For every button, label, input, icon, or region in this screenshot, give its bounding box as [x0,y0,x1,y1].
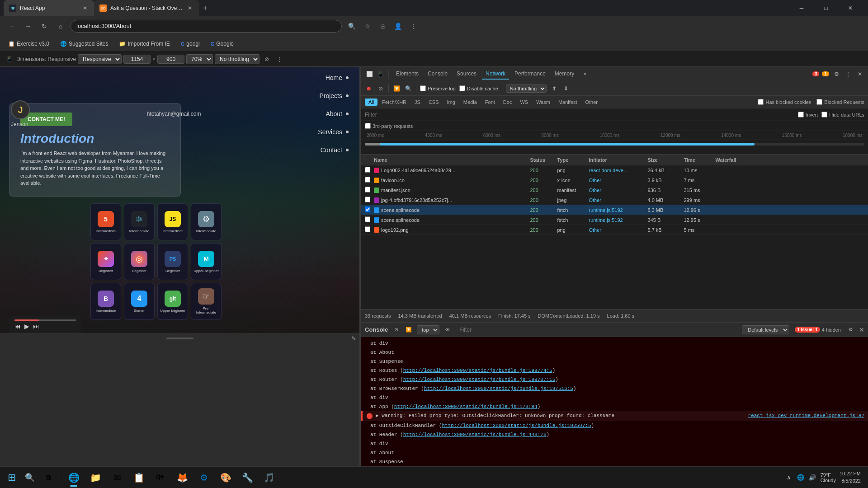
third-party-check[interactable]: 3rd-party requests [365,123,413,129]
disable-cache-checkbox[interactable]: Disable cache [459,85,498,91]
table-row[interactable]: scene.splinecode 200 fetch runtime.js:51… [361,215,868,225]
console-eye-icon[interactable]: 👁 [443,325,452,334]
edit-icon[interactable]: ✎ [351,335,356,342]
filter-input[interactable] [365,112,794,118]
skill-git[interactable]: git Upper-beginner [157,283,188,320]
tab-console[interactable]: Console [424,69,451,80]
minimize-button[interactable]: ─ [791,0,812,16]
preserve-log-checkbox[interactable]: Preserve log [420,85,456,91]
tray-network[interactable]: 🌐 [796,473,805,482]
height-input[interactable]: 900 [157,55,184,64]
blocked-requests-check[interactable]: Blocked Requests [816,99,864,105]
row-checkbox[interactable] [361,177,370,183]
th-name[interactable]: Name [370,157,527,163]
taskbar-app-ps[interactable]: 🎨 [216,468,236,488]
th-time[interactable]: Time [680,157,712,163]
search-taskbar-icon[interactable]: 🔍 [22,469,38,486]
more-options-icon[interactable]: ⋮ [274,54,285,65]
export-icon[interactable]: ⬇ [562,84,570,93]
music-progress[interactable] [14,319,76,321]
taskbar-app-vscode[interactable]: ⚙ [194,468,214,488]
tab-sources[interactable]: Sources [453,69,480,80]
filter-media[interactable]: Media [460,99,481,106]
filter-font[interactable]: Font [481,99,499,106]
taskbar-app-terminal[interactable]: 🔧 [237,468,257,488]
skill-react[interactable]: ⚛ Intermediate [124,203,155,240]
settings-icon[interactable]: ⚙ [832,70,841,79]
filter-manifest[interactable]: Manifest [555,99,581,106]
tab-so[interactable]: SO Ask a Question - Stack Overflow ✕ [94,0,199,16]
th-size[interactable]: Size [644,157,680,163]
filter-fetchxhr[interactable]: Fetch/XHR [378,99,410,106]
tray-chevron[interactable]: ∧ [784,473,793,482]
skill-html5[interactable]: 5 Intermediate [90,203,121,240]
device-icon[interactable]: 📱 [376,70,385,79]
taskbar-clock[interactable]: 10:22 PM 8/5/2022 [840,470,861,484]
nav-projects[interactable]: Projects [319,92,349,99]
row-checkbox[interactable] [361,226,370,233]
no-throttle-icon[interactable]: ⊘ [261,54,272,65]
skill-figma[interactable]: ✦ Beginner [90,243,121,280]
table-row[interactable]: jpg-4.bfbd37916c28d5a252c7j... 200 jpeg … [361,195,868,205]
console-settings-icon[interactable]: ⚙ [846,325,855,334]
tab-elements[interactable]: Elements [392,69,422,80]
hide-data-urls-option[interactable]: Hide data URLs [821,112,864,117]
task-view-icon[interactable]: ⧉ [40,469,56,486]
bookmark-googl[interactable]: G googl [178,39,203,49]
th-status[interactable]: Status [527,157,554,163]
new-tab-button[interactable]: + [199,2,212,14]
filter-all[interactable]: All [365,99,377,106]
skill-js[interactable]: JS Intermediate [157,203,188,240]
start-button[interactable]: ⊞ [4,469,20,486]
has-blocked-cookies-check[interactable]: Has blocked cookies [758,99,811,105]
row-checkbox[interactable] [361,206,370,213]
responsive-mode-icon[interactable]: 📱 [4,54,14,65]
filter-wasm[interactable]: Wasm [533,99,554,106]
taskbar-app-mail[interactable]: ✉ [107,468,127,488]
prev-button[interactable]: ⏮ [14,323,21,330]
filter-other[interactable]: Other [581,99,601,106]
th-type[interactable]: Type [554,157,585,163]
console-filter-icon[interactable]: 🔽 [404,325,413,334]
table-row[interactable]: manifest.json 200 manifest Other 936 B 3… [361,185,868,195]
table-row[interactable]: Logo002.4d1a9ce89524a08c29... 200 png re… [361,165,868,175]
tab-performance[interactable]: Performance [511,69,549,80]
skill-illustrator[interactable]: ◎ Beginner [124,243,155,280]
skill-cursor[interactable]: ☞ Pre-Intermediate [191,283,222,320]
taskbar-app-calendar[interactable]: 📋 [129,468,149,488]
tab-react[interactable]: ⚛ React App ✕ [4,0,94,16]
extensions-icon[interactable]: ⋮ [407,20,420,33]
tray-volume[interactable]: 🔊 [808,473,817,482]
search-icon[interactable]: 🔍 [404,84,412,93]
taskbar-weather[interactable]: 79°F Cloudy [821,472,836,483]
tab-network[interactable]: Network [482,69,509,80]
maximize-button[interactable]: □ [816,0,836,16]
taskbar-app-edge2[interactable]: 🦊 [172,468,192,488]
filter-js[interactable]: JS [411,99,424,106]
console-context-select[interactable]: top [417,325,439,334]
error-source-link[interactable]: react-jsx-dev-runtime.development.js:87 [748,412,864,419]
table-row[interactable]: logo192.png 200 png Other 5.7 kB 5 ms [361,225,868,235]
nav-about[interactable]: About [326,110,349,117]
throttle-dropdown[interactable]: No throttling [506,84,547,93]
forward-button[interactable]: → [22,20,34,33]
filter-doc[interactable]: Doc [500,99,516,106]
row-checkbox[interactable] [361,216,370,223]
tab-memory[interactable]: Memory [551,69,578,80]
taskbar-app-music[interactable]: 🎵 [259,468,279,488]
taskbar-app-explorer[interactable]: 📁 [85,468,105,488]
invert-option[interactable]: Invert [798,112,818,117]
filter-icon[interactable]: 🔽 [392,84,401,93]
row-checkbox[interactable] [361,187,370,193]
next-button[interactable]: ⏭ [33,323,39,330]
tab-close-so[interactable]: ✕ [186,5,193,12]
filter-ws[interactable]: WS [516,99,532,106]
dimensions-preset[interactable]: Responsive [78,54,122,64]
tab-close-react[interactable]: ✕ [81,5,89,12]
more-devtools-icon[interactable]: ⋮ [844,70,853,79]
tab-more[interactable]: » [580,69,590,80]
collections-icon[interactable]: ⎘ [376,20,389,33]
skill-photoshop[interactable]: PS Beginner [157,243,188,280]
skill-4[interactable]: 4 Starter [124,283,155,320]
table-row[interactable]: scene.splinecode 200 fetch runtime.js:51… [361,205,868,215]
